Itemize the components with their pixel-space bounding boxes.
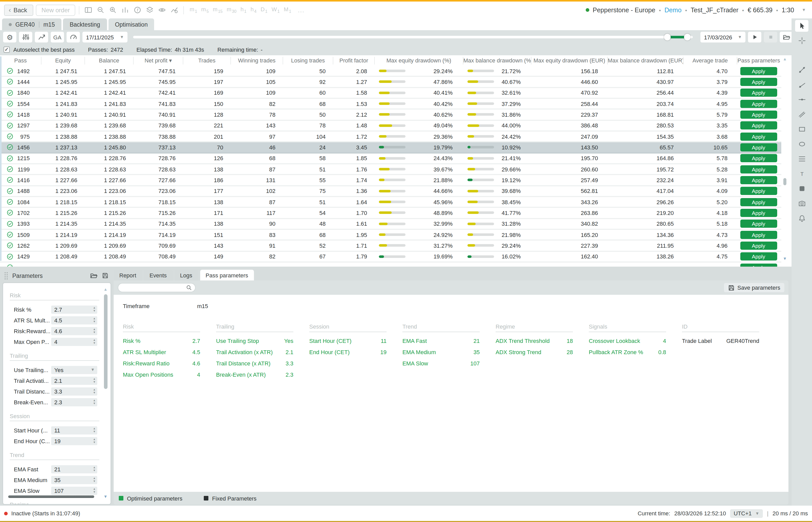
column-header-max-balance-drawdown-eur-[interactable]: Max balance drawdown (EUR) bbox=[607, 57, 683, 64]
table-left-scroll-strip[interactable] bbox=[0, 56, 2, 261]
column-header-trades[interactable]: Trades bbox=[183, 57, 231, 64]
tab-report[interactable]: Report bbox=[114, 270, 142, 280]
parameter-dropdown[interactable]: Yes▼ bbox=[51, 366, 97, 374]
parameter-spinner[interactable]: 11▲▼ bbox=[51, 426, 97, 434]
pass-row[interactable]: 14881 223.061 223.06723.06177102751.3644… bbox=[0, 186, 781, 197]
timeframe-M1-button[interactable]: M1 bbox=[282, 6, 293, 14]
stop-optimisation-button[interactable] bbox=[764, 32, 777, 42]
spinner-arrows[interactable]: ▲▼ bbox=[93, 377, 96, 384]
save-parameters-button[interactable]: Save parameters bbox=[724, 283, 784, 292]
functions-icon-button[interactable]: f bbox=[132, 4, 143, 16]
column-header-winning-trades[interactable]: Winning trades bbox=[231, 57, 283, 64]
timeframe-W1-button[interactable]: W1 bbox=[270, 6, 282, 14]
alert-bell-tool-button[interactable] bbox=[795, 213, 808, 224]
trend-line-tool-button[interactable] bbox=[795, 64, 808, 76]
parameter-spinner[interactable]: 2.7▲▼ bbox=[51, 305, 97, 314]
new-order-button[interactable]: New order bbox=[36, 4, 76, 16]
timeframe-m15-button[interactable]: m15 bbox=[211, 6, 224, 14]
spinner-arrows[interactable]: ▲▼ bbox=[93, 487, 96, 494]
camera-tool-button[interactable] bbox=[795, 198, 808, 209]
tab-pass-parameters[interactable]: Pass parameters bbox=[200, 270, 254, 280]
apply-button[interactable]: Apply bbox=[740, 176, 777, 184]
end-date-select[interactable]: 17/03/2026 ▼ bbox=[700, 32, 746, 42]
scroll-down-icon[interactable]: ▼ bbox=[103, 494, 107, 499]
pass-row[interactable]: 12621 209.691 209.69709.6914391521.7131.… bbox=[0, 241, 781, 252]
column-header-max-equity-drawdown-eur-[interactable]: Max equity drawdown (EUR) bbox=[531, 57, 607, 64]
optimisation-criteria-button[interactable] bbox=[19, 32, 32, 42]
crosshair-tool-button[interactable] bbox=[795, 35, 808, 46]
apply-button[interactable]: Apply bbox=[740, 209, 777, 217]
spinner-arrows[interactable]: ▲▼ bbox=[93, 317, 96, 323]
parameter-spinner[interactable]: 21▲▼ bbox=[51, 465, 97, 473]
genetic-algorithm-button[interactable]: GA bbox=[51, 32, 64, 42]
pass-row[interactable]: 14291 208.491 208.49708.4914982671.7919.… bbox=[0, 252, 781, 263]
column-header-net-profit[interactable]: Net profit ▾ bbox=[133, 57, 183, 64]
zoom-out-icon-button[interactable] bbox=[96, 4, 106, 16]
column-header-pass-parameters[interactable]: Pass parameters bbox=[737, 57, 780, 64]
pointer-tool-button[interactable] bbox=[795, 20, 808, 32]
timeframe-m5-button[interactable]: m5 bbox=[199, 6, 211, 14]
layers-icon-button[interactable] bbox=[145, 4, 155, 16]
slider-end-handle[interactable] bbox=[684, 34, 691, 40]
start-optimisation-button[interactable] bbox=[748, 32, 761, 42]
visibility-icon-button[interactable] bbox=[157, 4, 168, 16]
text-tool-button[interactable]: T bbox=[795, 168, 808, 180]
timeframe-m1-button[interactable]: m1 bbox=[187, 6, 199, 14]
pass-row[interactable]: 14161 227.661 227.66727.66186131551.7421… bbox=[0, 175, 781, 186]
apply-button[interactable]: Apply bbox=[740, 263, 777, 267]
apply-button[interactable]: Apply bbox=[740, 100, 777, 108]
apply-button[interactable]: Apply bbox=[740, 242, 777, 250]
search-input[interactable] bbox=[121, 284, 186, 291]
pass-row[interactable]: 14561 237.131 245.80737.137046243.4519.7… bbox=[0, 142, 781, 154]
slider-track[interactable] bbox=[133, 36, 693, 38]
brush-tool-button[interactable] bbox=[795, 183, 808, 195]
zoom-in-icon-button[interactable] bbox=[108, 4, 119, 16]
apply-button[interactable]: Apply bbox=[740, 198, 777, 206]
autoselect-checkbox-group[interactable]: ✓ Autoselect the best pass bbox=[4, 46, 75, 53]
optimisation-settings-button[interactable]: ⚙ bbox=[3, 32, 16, 42]
pass-row[interactable]: 15541 241.831 241.83741.8315082681.5340.… bbox=[0, 99, 781, 110]
layout-icon-button[interactable] bbox=[83, 4, 94, 16]
parameter-spinner[interactable]: 35▲▼ bbox=[51, 476, 97, 484]
timeframe-h4-button[interactable]: h4 bbox=[249, 6, 259, 14]
tab-logs[interactable]: Logs bbox=[174, 270, 198, 280]
pass-row[interactable]: 18401 242.411 242.41742.41169109601.5840… bbox=[0, 88, 781, 99]
spinner-arrows[interactable]: ▲▼ bbox=[93, 388, 96, 394]
tab-optimisation[interactable]: Optimisation bbox=[108, 18, 154, 30]
parameter-spinner[interactable]: 4.5▲▼ bbox=[51, 316, 97, 324]
equity-curve-button[interactable] bbox=[35, 32, 48, 42]
spinner-arrows[interactable]: ▲▼ bbox=[93, 476, 96, 483]
pass-row[interactable]: Apply bbox=[0, 263, 781, 267]
tab-chart-ger40[interactable]: GER40 m15 bbox=[2, 18, 61, 30]
apply-button[interactable]: Apply bbox=[740, 154, 777, 162]
autoselect-checkbox[interactable]: ✓ bbox=[4, 46, 10, 53]
speed-mode-button[interactable] bbox=[66, 32, 80, 42]
timeframe-m30-button[interactable]: m30 bbox=[224, 6, 238, 14]
pass-row[interactable]: 17021 215.261 215.26715.26171117541.7048… bbox=[0, 208, 781, 219]
spinner-arrows[interactable]: ▲▼ bbox=[93, 327, 96, 334]
timeframe-D1-button[interactable]: D1 bbox=[259, 6, 270, 14]
spinner-arrows[interactable]: ▲▼ bbox=[93, 426, 96, 433]
tab-events[interactable]: Events bbox=[144, 270, 172, 280]
parameter-spinner[interactable]: 107▲▼ bbox=[51, 486, 97, 495]
apply-button[interactable]: Apply bbox=[740, 89, 777, 97]
apply-button[interactable]: Apply bbox=[740, 143, 777, 152]
column-header-balance[interactable]: Balance bbox=[84, 57, 133, 64]
horizontal-line-tool-button[interactable] bbox=[795, 94, 808, 105]
scroll-up-icon[interactable]: ▲ bbox=[103, 287, 107, 292]
more-timeframes-button[interactable]: ... bbox=[296, 6, 307, 14]
pass-row[interactable]: 14921 247.511 247.51747.51159109502.0829… bbox=[0, 66, 781, 77]
parameter-spinner[interactable]: 2.3▲▼ bbox=[51, 398, 97, 406]
column-header-max-equity-drawdown-[interactable]: Max equity drawdown (%) bbox=[374, 57, 463, 64]
open-results-button[interactable] bbox=[780, 32, 793, 42]
apply-button[interactable]: Apply bbox=[740, 111, 777, 119]
save-parameters-icon[interactable] bbox=[102, 272, 108, 279]
parameter-spinner[interactable]: 2.1▲▼ bbox=[51, 376, 97, 385]
date-range-slider[interactable] bbox=[133, 32, 693, 42]
slider-start-handle[interactable] bbox=[664, 34, 671, 40]
ellipse-tool-button[interactable] bbox=[795, 138, 808, 150]
pass-row[interactable]: 10841 218.151 218.15718.1513887511.6445.… bbox=[0, 197, 781, 208]
parameter-search-box[interactable] bbox=[118, 283, 196, 292]
apply-button[interactable]: Apply bbox=[740, 230, 777, 239]
apply-button[interactable]: Apply bbox=[740, 187, 777, 195]
